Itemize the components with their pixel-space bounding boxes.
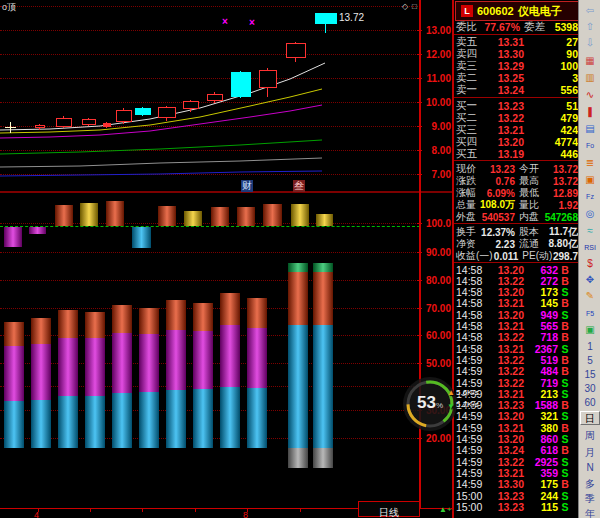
tick-time: 14:58 [456,297,487,309]
indicator-bar [158,206,176,226]
info-value: 12.37% [476,227,515,238]
tick-volume: 484 [524,365,558,377]
period-多[interactable]: 多 [580,477,600,491]
axis-label: 60.00 [421,330,451,341]
stack-bar-segment [220,325,240,387]
period-1[interactable]: 1 [580,340,600,354]
tick-trade-row: 14:5813.20949S [456,309,578,320]
buy-price: 13.21 [482,124,524,136]
stack-bar-segment [313,325,333,448]
fin-data-icon[interactable]: Fz [581,189,599,204]
tick-volume: 860 [524,433,558,445]
scroll-more-indicator[interactable]: ▲+ [439,505,452,514]
period-年[interactable]: 年 [580,507,600,518]
period-周[interactable]: 周 [580,429,600,443]
stack-bar-segment [193,303,213,331]
tick-volume: 632 [524,264,558,276]
rsi-icon[interactable]: RSI [581,240,599,255]
period-季[interactable]: 季 [580,492,600,506]
stack-bar-segment [220,293,240,325]
x-axis-tick [195,509,196,512]
f10-info-icon[interactable]: Fo [581,138,599,153]
axis-label: 7.00 [421,169,451,180]
period-15[interactable]: 15 [580,368,600,382]
indicator-bar [106,201,124,226]
info-value: 13.72 [539,164,578,175]
period-N[interactable]: N [580,461,600,475]
stack-bar-segment [58,396,78,448]
weicha-label: 委差 [524,20,548,34]
tick-time: 14:58 [456,320,487,332]
indicator-tag[interactable]: 财 [241,180,253,192]
sector-list-icon[interactable]: ≣ [581,155,599,170]
stack-bar-segment [288,325,308,448]
tick-time: 14:59 [456,365,487,377]
buy-level-label: 买五 [456,147,482,161]
back-icon[interactable]: ⇦ [581,3,599,18]
diamond-icon[interactable]: ◇ [402,2,408,11]
x-axis-tick [90,509,91,512]
axis-label: 8.00 [421,145,451,156]
tick-volume: 173 [524,286,558,298]
tick-trade-row: 14:5913.22719S [456,377,578,388]
tick-direction: B [558,264,572,276]
f5-refresh-icon[interactable]: F5 [581,306,599,321]
grid-line [0,78,420,79]
tick-trade-row: 14:5913.20321S [456,411,578,422]
wave-icon[interactable]: ≈ [581,223,599,238]
candle [135,108,151,115]
kline-icon[interactable]: ❚ [581,104,599,119]
move-cross-icon[interactable]: ✥ [581,272,599,287]
table-icon[interactable]: ▥ [581,70,599,85]
stack-bar-segment [85,396,105,448]
stock-header: L 600602 仪电电子 [455,1,580,21]
indicator-bar [237,207,255,226]
tick-time: 14:59 [456,456,487,468]
money-icon[interactable]: $ [581,256,599,271]
green-box-icon[interactable]: ▣ [581,322,599,337]
tick-direction: B [558,399,572,411]
buy-level-row[interactable]: 买五13.19446 [456,148,578,160]
period-30[interactable]: 30 [580,382,600,396]
net-speed-up: 5.6K/s [456,388,479,397]
sell-level-row[interactable]: 卖一13.24556 [456,84,578,96]
tick-price: 13.22 [487,275,524,287]
block-icon[interactable]: ▣ [581,172,599,187]
board-icon[interactable]: ▦ [581,53,599,68]
trend-line-icon[interactable]: ∿ [581,87,599,102]
x-axis-tick [300,509,301,512]
period-5[interactable]: 5 [580,354,600,368]
pencil-icon[interactable]: ✎ [581,288,599,303]
down-arrow-icon[interactable]: ⇩ [581,35,599,50]
grid-line [0,280,420,281]
month-label: 4 [34,510,39,518]
tick-trade-row: 14:5913.21359S [456,467,578,478]
tick-direction: B [558,422,572,434]
indicator-tag[interactable]: 叁 [293,180,305,192]
indicator-bar [4,227,22,247]
stack-bar-segment [313,448,333,468]
section-divider [454,97,580,98]
period-月[interactable]: 月 [580,446,600,460]
sell-price: 13.29 [482,60,524,72]
sell-volume: 3 [524,72,578,84]
logo-badge: L [461,5,473,17]
square-icon[interactable]: □ [412,2,417,11]
tick-price: 13.21 [487,297,524,309]
period-日[interactable]: 日 [580,411,600,425]
stack-bar-segment [85,312,105,338]
tick-volume: 380 [524,422,558,434]
stack-bar-segment [31,344,51,400]
tick-trade-row: 14:5913.22519B [456,354,578,365]
up-arrow-icon[interactable]: ⇧ [581,19,599,34]
tick-volume: 519 [524,354,558,366]
tick-trade-row: 15:0013.23115S [456,501,578,512]
grid-line [0,252,420,253]
quote-grid-icon[interactable]: ▤ [581,121,599,136]
tick-direction: S [558,286,572,298]
stack-bar-segment [313,272,333,325]
period-60[interactable]: 60 [580,396,600,410]
circle-icon[interactable]: ◎ [581,206,599,221]
candlestick-chart[interactable]: o顶 ◇ □ 日线 13.0012.0011.0010.009.008.007.… [0,0,452,518]
tick-volume: 213 [524,388,558,400]
